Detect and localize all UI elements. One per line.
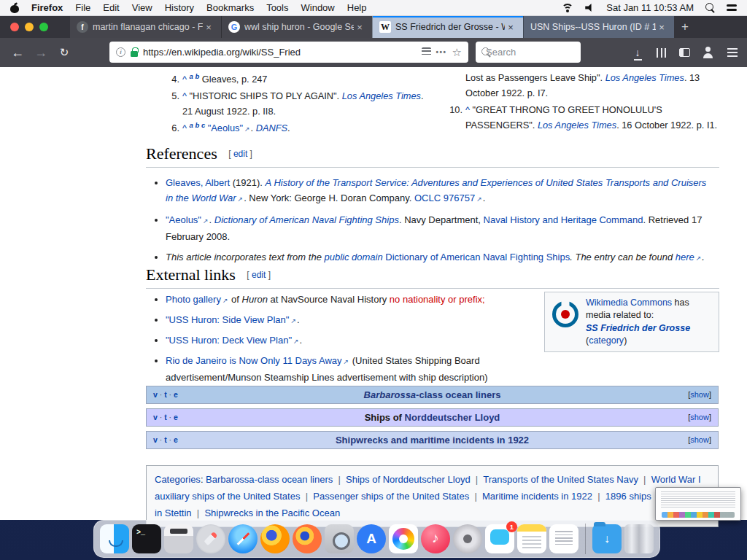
dock-itunes-icon[interactable] xyxy=(421,524,450,553)
search-bar[interactable] xyxy=(476,42,581,63)
dock-firefox-secondary-icon[interactable] xyxy=(293,524,322,553)
notification-center-icon[interactable] xyxy=(727,4,737,12)
downloads-button[interactable] xyxy=(629,44,646,61)
link[interactable]: Barbarossa-class ocean liners xyxy=(206,474,333,485)
dock-photos-icon[interactable] xyxy=(389,524,418,553)
tab-close-icon[interactable]: × xyxy=(656,22,667,33)
menu-button[interactable] xyxy=(724,44,741,61)
dock-launchpad-icon[interactable] xyxy=(196,524,225,553)
tab-close-icon[interactable]: × xyxy=(203,22,214,33)
spotlight-search-icon[interactable] xyxy=(705,3,715,12)
tab-close-icon[interactable]: × xyxy=(505,22,516,33)
link[interactable]: DANFS xyxy=(256,122,287,133)
page-actions-icon[interactable]: ••• xyxy=(436,48,447,56)
dock-firefox-icon[interactable] xyxy=(260,524,290,553)
close-window-button[interactable] xyxy=(10,23,19,31)
link[interactable]: Transports of the United States Navy xyxy=(483,474,638,485)
link[interactable]: Rio de Janeiro is Now Only 11 Days Away xyxy=(166,355,349,366)
menubar-item-help[interactable]: Help xyxy=(347,2,367,13)
tab-close-icon[interactable]: × xyxy=(354,22,365,33)
minimized-window-thumbnail[interactable] xyxy=(655,487,741,521)
show-link[interactable]: [show] xyxy=(688,386,711,403)
zoom-window-button[interactable] xyxy=(39,23,48,31)
link[interactable]: show xyxy=(690,390,709,399)
tab-usn-ships-uss-huron[interactable]: USN Ships--USS Huron (ID # 140 × xyxy=(523,16,674,38)
link[interactable]: ^ xyxy=(182,74,190,85)
link[interactable]: no nationality or prefix; xyxy=(390,294,485,305)
minimize-window-button[interactable] xyxy=(25,23,34,31)
dock-finder-icon[interactable] xyxy=(100,524,129,553)
dock-calculator-icon[interactable] xyxy=(164,524,193,553)
link[interactable]: Categories xyxy=(155,474,201,485)
search-input[interactable] xyxy=(486,47,614,58)
link[interactable]: Wikimedia Commons xyxy=(586,298,672,308)
link[interactable]: a b c xyxy=(190,121,206,129)
link[interactable]: ^ xyxy=(182,90,190,101)
menubar-item-edit[interactable]: Edit xyxy=(103,2,119,13)
back-button[interactable] xyxy=(9,44,26,61)
link[interactable]: show xyxy=(690,413,709,421)
wifi-icon[interactable] xyxy=(562,4,573,12)
sidebar-toggle-button[interactable] xyxy=(676,44,693,61)
link[interactable]: 976757 xyxy=(444,192,483,203)
link[interactable]: SS Friedrich der Grosse xyxy=(586,323,690,333)
link[interactable]: Photo gallery xyxy=(166,294,228,305)
navbox-title[interactable]: Shipwrecks and maritime incidents in 192… xyxy=(147,432,718,448)
menubar-item-window[interactable]: Window xyxy=(301,2,335,13)
dock-system-preferences-icon[interactable] xyxy=(453,524,482,553)
show-link[interactable]: [show] xyxy=(688,409,711,426)
link[interactable]: Dictionary of American Naval Fighting Sh… xyxy=(214,214,399,225)
commons-subject-link[interactable]: SS Friedrich der Grosse xyxy=(586,322,705,335)
link[interactable]: "Aeolus" xyxy=(166,214,209,225)
link[interactable]: a b xyxy=(190,72,200,80)
menubar-clock[interactable]: Sat Jan 11 10:53 AM xyxy=(606,2,694,13)
menubar-item-file[interactable]: File xyxy=(75,2,90,13)
menubar-item-bookmarks[interactable]: Bookmarks xyxy=(206,2,254,13)
dock-downloads-folder-icon[interactable] xyxy=(592,524,622,553)
dock-safari-icon[interactable] xyxy=(228,524,258,553)
link[interactable]: edit xyxy=(252,270,266,280)
link[interactable]: Los Angeles Times xyxy=(605,72,684,83)
new-tab-button[interactable]: + xyxy=(674,20,696,34)
tab-google-search[interactable]: G wwl ship huron - Google Sea × xyxy=(221,16,372,38)
link[interactable]: Ships of Norddeutscher Lloyd xyxy=(346,474,471,485)
page-info-icon[interactable] xyxy=(116,47,125,57)
edit-section-link[interactable]: [ edit ] xyxy=(228,149,252,159)
tab-ss-friedrich-der-grosse[interactable]: W SS Friedrich der Grosse - Wi × xyxy=(372,16,523,38)
link[interactable]: OCLC xyxy=(414,192,441,203)
account-button[interactable] xyxy=(699,44,716,61)
link[interactable]: "Aeolus" xyxy=(208,122,251,133)
link[interactable]: Maritime incidents in 1922 xyxy=(482,491,592,502)
tab-martin-flanagan[interactable]: f martin flanagan chicago - Fo × xyxy=(70,16,221,38)
navbox-title[interactable]: Barbarossa-class ocean liners xyxy=(147,386,718,403)
dock-preview-icon[interactable] xyxy=(325,524,354,553)
link[interactable]: Passenger ships of the United States xyxy=(313,491,469,502)
navbox-title[interactable]: Ships of Norddeutscher Lloyd xyxy=(147,409,718,426)
url-text[interactable]: https://en.wikipedia.org/wiki/SS_Fried xyxy=(143,47,417,58)
link[interactable]: "USS Huron: Deck View Plan" xyxy=(166,335,300,346)
dock-terminal-icon[interactable] xyxy=(132,524,161,553)
link[interactable]: category xyxy=(589,335,624,346)
link[interactable]: "USS Huron: Side View Plan" xyxy=(166,314,297,325)
menubar-item-view[interactable]: View xyxy=(132,2,152,13)
link[interactable]: Shipwrecks in the Pacific Ocean xyxy=(204,508,340,518)
link[interactable]: Los Angeles Times xyxy=(342,90,421,101)
link[interactable]: ^ xyxy=(182,122,190,133)
bookmark-star-icon[interactable] xyxy=(452,46,462,59)
edit-section-link[interactable]: [ edit ] xyxy=(247,270,271,280)
menubar-item-history[interactable]: History xyxy=(165,2,194,13)
menubar-item-firefox[interactable]: Firefox xyxy=(31,2,63,13)
link[interactable]: Gleaves, Albert xyxy=(166,177,230,188)
dock-messages-icon[interactable]: 1 xyxy=(485,524,514,553)
link[interactable]: Naval History and Heritage Command xyxy=(484,214,643,225)
reload-button[interactable] xyxy=(55,44,73,61)
link[interactable]: 1896 ships xyxy=(605,491,651,502)
commons-category-link[interactable]: (category) xyxy=(586,335,705,347)
volume-icon[interactable] xyxy=(585,4,595,12)
apple-menu-icon[interactable] xyxy=(10,3,19,13)
dock-app-store-icon[interactable] xyxy=(357,524,386,553)
library-button[interactable] xyxy=(652,44,670,61)
link[interactable]: public domain xyxy=(324,252,382,262)
link[interactable]: ^ xyxy=(465,104,473,115)
reader-mode-icon[interactable] xyxy=(422,47,431,57)
